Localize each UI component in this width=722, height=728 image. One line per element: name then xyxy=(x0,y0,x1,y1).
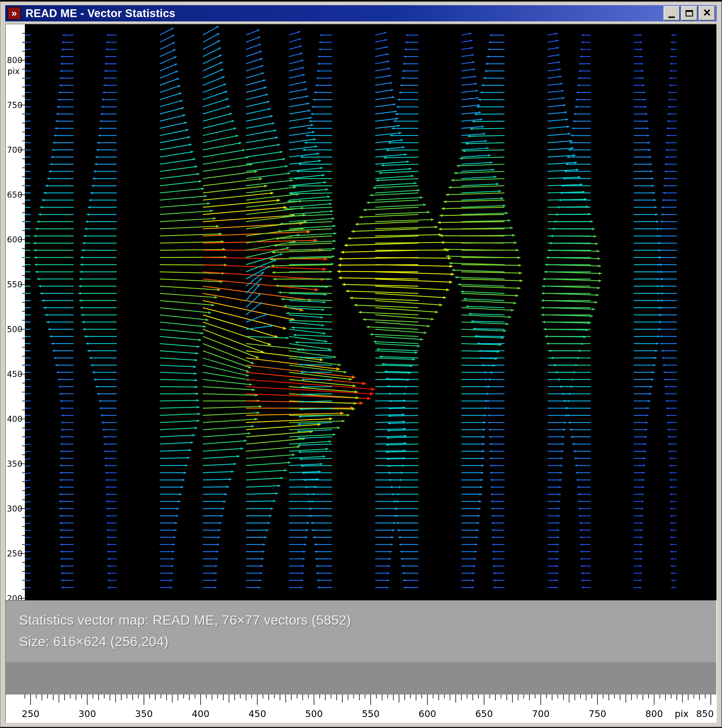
title-bar[interactable]: » READ ME - Vector Statistics × xyxy=(5,5,717,21)
close-button[interactable]: × xyxy=(699,6,715,21)
bottom-ruler-strip xyxy=(6,694,716,722)
close-icon: × xyxy=(703,6,711,19)
vector-map-app-icon: » xyxy=(8,7,21,20)
vector-plot[interactable] xyxy=(25,24,716,600)
vertical-ruler xyxy=(6,24,25,600)
plot-row xyxy=(6,24,716,600)
window-title: READ ME - Vector Statistics xyxy=(26,7,662,20)
status-line-2: Size: 616×624 (256,204) xyxy=(19,631,716,652)
minimize-icon xyxy=(668,17,675,18)
horizontal-ruler xyxy=(6,694,716,722)
app-window: » READ ME - Vector Statistics × Statisti… xyxy=(0,1,722,727)
status-line-1: Statistics vector map: READ ME, 76×77 ve… xyxy=(19,609,716,631)
status-panel: Statistics vector map: READ ME, 76×77 ve… xyxy=(6,600,716,694)
minimize-button[interactable] xyxy=(664,6,680,21)
maximize-icon xyxy=(685,10,693,17)
maximize-button[interactable] xyxy=(681,6,698,21)
client-area: Statistics vector map: READ ME, 76×77 ve… xyxy=(5,24,717,723)
